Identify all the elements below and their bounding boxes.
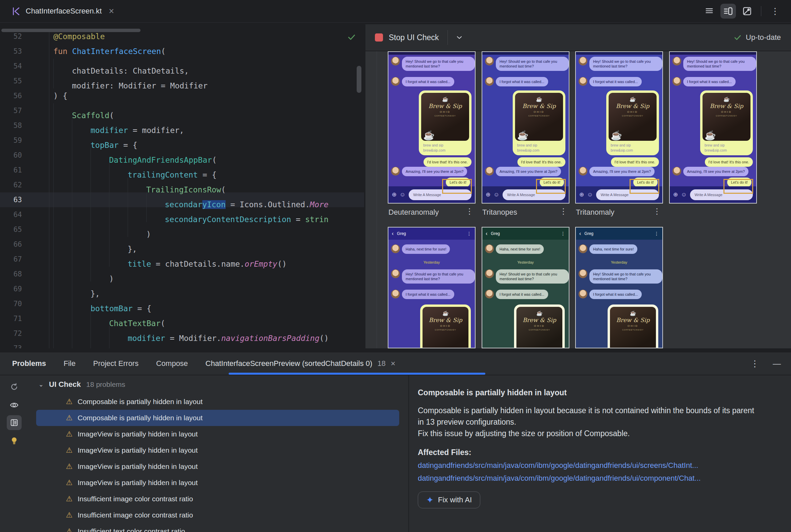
problem-row[interactable]: ⚠Composable is partially hidden in layou… [36,410,399,426]
chevron-down-icon[interactable] [455,33,463,41]
code-line[interactable]: 58modifier = modifier, [0,118,364,133]
emoji-icon[interactable]: ☺ [587,192,593,197]
emoji-icon[interactable]: ☺ [400,192,405,197]
panel-divider[interactable] [408,375,409,532]
preview-phone[interactable]: Hey! Should we go to that cafe you menti… [669,51,757,204]
brand-tagline: COFFEETCNSIDY [622,329,644,331]
code-line[interactable]: 64secondaryContentDescription = strin [0,207,364,222]
problem-text: Insufficient text color contrast ratio [78,527,185,532]
problem-row[interactable]: ⚠ImageView is partially hidden in layout [36,458,399,475]
code-line[interactable]: 55modifier: Modifier = Modifier [0,74,364,89]
details-panel-icon[interactable] [7,415,22,430]
brand-tagline: COFFEETCNSIDY [529,329,550,331]
tab-close-icon[interactable]: × [391,359,396,368]
code-line[interactable]: 65) [0,222,364,237]
affected-file-link[interactable]: datingandfriends/src/main/java/com/ibm/g… [418,474,784,483]
tab-preview-report[interactable]: ChatInterfaceScreenPreview (sortedChatDe… [205,359,396,368]
refresh-icon[interactable] [7,379,22,394]
preview-config-menu-icon[interactable]: ⋮ [465,207,474,216]
problem-row[interactable]: ⚠Composable is partially hidden in layou… [36,394,399,410]
problem-row[interactable]: ⚠Insufficient image color contrast ratio [36,491,399,507]
emoji-icon[interactable]: ☺ [494,192,499,197]
preview-only-view-icon[interactable] [739,4,755,19]
group-count: 18 problems [86,380,125,388]
toolbar-divider [761,6,761,16]
problem-row[interactable]: ⚠Insufficient text color contrast ratio [36,523,399,532]
preview-phone[interactable]: Hey! Should we go to that cafe you menti… [388,51,476,204]
problems-options-icon[interactable]: ⋮ [751,359,759,368]
minimize-icon[interactable]: — [773,359,781,368]
panel-splitter[interactable] [0,348,791,353]
avatar [391,290,400,299]
tab-close-icon[interactable]: × [109,7,114,16]
tab-compose[interactable]: Compose [156,359,188,368]
contact-name: Greg [397,231,406,236]
coffee-cup-icon: ☕ [630,310,636,316]
lightbulb-icon[interactable] [7,433,22,448]
vertical-scrollbar[interactable] [357,66,362,93]
problem-row[interactable]: ⚠ImageView is partially hidden in layout [36,475,399,491]
code-line[interactable]: 62TrailingIconsRow( [0,177,364,192]
code-line[interactable]: 54chatDetails: ChatDetails, [0,59,364,74]
preview-canvas[interactable]: Hey! Should we go to that cafe you menti… [365,51,791,348]
message-bubble: I'd love that! It's this one. [517,157,565,167]
preview-eye-icon[interactable] [7,398,22,413]
add-icon[interactable]: ⊕ [673,192,678,197]
add-icon[interactable]: ⊕ [486,192,491,197]
day-separator: Yesterday [482,260,569,264]
code-editor[interactable]: 52@Composable53fun ChatInterfaceScreen(5… [0,23,364,348]
problems-group-header[interactable]: ⌄ UI Check 18 problems [31,375,408,394]
message-bubble: Amazing, I'll see you there at 2pm? [589,167,655,176]
inspections-ok-icon[interactable] [347,33,356,43]
code-line[interactable]: 61trailingContent = { [0,163,364,177]
code-line[interactable]: 68) [0,267,364,282]
code-line[interactable]: 69}, [0,282,364,297]
more-options-icon[interactable]: ⋮ [767,4,783,19]
fix-with-ai-button[interactable]: ✦ Fix with AI [418,492,480,508]
code-line[interactable]: 66}, [0,237,364,252]
tab-chatinterfacescreen[interactable]: ChatInterfaceScreen.kt × [0,0,123,22]
code-line[interactable]: 71ChatTextBar( [0,311,364,326]
affected-file-link[interactable]: datingandfriends/src/main/java/com/ibm/g… [418,461,784,470]
code-line[interactable]: 72modifier = Modifier.navigationBarsPadd… [0,326,364,341]
preview-config-menu-icon[interactable]: ⋮ [559,207,567,216]
code-line[interactable]: 53fun ChatInterfaceScreen( [0,44,364,59]
problem-row[interactable]: ⚠Insufficient image color contrast ratio [36,507,399,523]
tab-project-errors[interactable]: Project Errors [93,359,139,368]
code-line[interactable]: 60DatingAndFriendsAppBar( [0,148,364,163]
emoji-icon[interactable]: ☺ [681,192,687,197]
tool-window-title[interactable]: Problems [12,359,46,368]
preview-phone[interactable]: Hey! Should we go to that cafe you menti… [482,51,569,204]
code-line[interactable]: 67title = chatDetails.name.orEmpty() [0,252,364,267]
preview-config-menu-icon[interactable]: ⋮ [653,207,661,216]
split-view-icon[interactable] [720,4,736,19]
code-line[interactable]: 63secondaryIcon = Icons.Outlined.More [0,192,364,207]
problems-list: ⚠Composable is partially hidden in layou… [31,394,408,532]
tab-file[interactable]: File [63,359,75,368]
add-icon[interactable]: ⊕ [579,192,584,197]
problem-row[interactable]: ⚠ImageView is partially hidden in layout [36,442,399,458]
preview-phone[interactable]: ‹ Greg ⋮ Haha, next time for sure! Yeste… [575,227,663,348]
code-line[interactable]: 70bottomBar = { [0,297,364,311]
add-icon[interactable]: ⊕ [392,192,397,197]
card-title: brew and sip [517,143,563,147]
stop-ui-check-button[interactable]: Stop UI Check [389,33,439,42]
brand-subtext: OHID [534,324,545,327]
code-line[interactable]: 59topBar = { [0,133,364,148]
indent-guide [72,177,91,192]
code-line[interactable]: 57Scaffold( [0,103,364,118]
code-line[interactable]: 56) { [0,89,364,103]
chevron-down-icon[interactable]: ⌄ [38,381,43,388]
stop-icon[interactable] [375,33,383,41]
phone-menu-icon: ⋮ [560,231,565,236]
chat-link-card: ☕ Brew & Sip OHID COFFEETCNSIDY ☕ brew a… [513,91,565,155]
preview-phone[interactable]: ‹ Greg ⋮ Haha, next time for sure! Yeste… [388,227,476,348]
problem-row[interactable]: ⚠ImageView is partially hidden in layout [36,426,399,442]
chat-message-received: I forgot what it was called... [485,77,548,87]
editor-only-view-icon[interactable] [701,4,717,19]
horizontal-scrollbar[interactable] [1,29,141,32]
preview-phone[interactable]: Hey! Should we go to that cafe you menti… [575,51,663,204]
preview-phone[interactable]: ‹ Greg ⋮ Haha, next time for sure! Yeste… [482,227,569,348]
preview-config-label: Tritanomaly [576,208,614,217]
indent-guide [72,118,91,133]
